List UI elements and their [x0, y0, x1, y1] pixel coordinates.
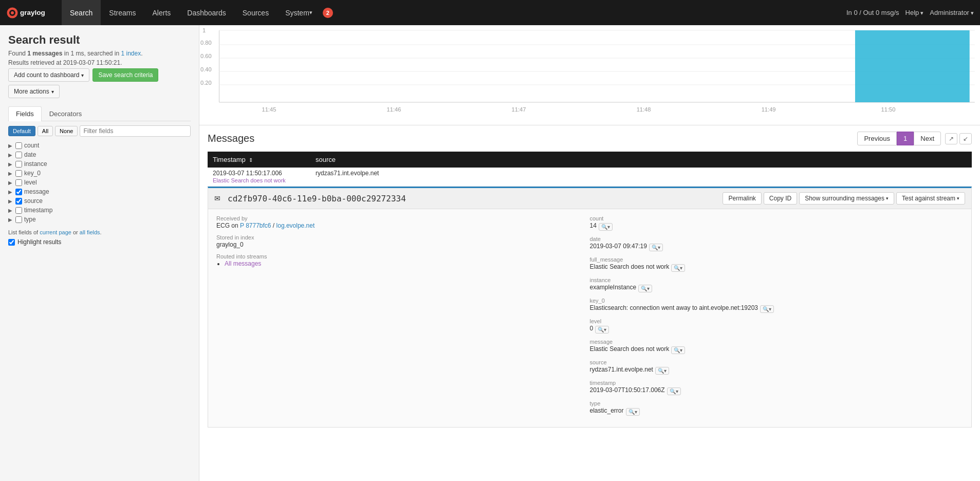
svg-rect-22 — [855, 30, 970, 102]
message-count: 1 messages — [27, 50, 62, 57]
message-id: cd2fb970-40c6-11e9-b0ba-000c29272334 — [228, 194, 406, 203]
surrounding-messages-button[interactable]: Show surrounding messages ▾ — [799, 192, 894, 205]
expand-arrow-date[interactable]: ▶ — [8, 152, 13, 158]
expand-arrow-message[interactable]: ▶ — [8, 189, 13, 195]
expand-arrow-count[interactable]: ▶ — [8, 143, 13, 149]
search-timestamp-button[interactable]: 🔍▾ — [667, 387, 681, 395]
field-check-type[interactable] — [15, 216, 22, 223]
next-page-button[interactable]: Next — [914, 132, 941, 145]
field-btn-none[interactable]: None — [55, 126, 78, 136]
svg-text:11:49: 11:49 — [762, 106, 776, 113]
more-actions-button[interactable]: More actions — [8, 85, 60, 98]
search-level-button[interactable]: 🔍▾ — [595, 326, 609, 334]
copy-id-button[interactable]: Copy ID — [764, 192, 797, 205]
current-page-button[interactable]: 1 — [897, 132, 914, 145]
field-check-count[interactable] — [15, 142, 22, 149]
input-link[interactable]: P 8777bfc6 — [240, 222, 271, 229]
sort-icon[interactable]: ⇕ — [249, 157, 253, 163]
logo[interactable]: graylog — [6, 5, 52, 21]
save-search-button[interactable]: Save search criteria — [93, 68, 158, 82]
expand-buttons: ↗ ↙ — [945, 133, 972, 144]
svg-point-2 — [11, 11, 14, 14]
nav-dashboards[interactable]: Dashboards — [179, 0, 234, 25]
field-check-instance[interactable] — [15, 161, 22, 168]
nav-streams[interactable]: Streams — [101, 0, 144, 25]
expand-arrow-type[interactable]: ▶ — [8, 217, 13, 223]
nav-help[interactable]: Help — [905, 9, 924, 16]
permalink-button[interactable]: Permalink — [723, 192, 761, 205]
add-count-button[interactable]: Add count to dashboard — [8, 68, 89, 82]
nav-system[interactable]: System — [277, 0, 321, 25]
field-key0: key_0 Elasticsearch: connection went awa… — [590, 298, 957, 313]
filter-fields-input[interactable] — [80, 125, 191, 137]
all-fields-link[interactable]: all fields — [80, 229, 100, 235]
svg-text:11:50: 11:50 — [881, 106, 896, 113]
expand-arrow-level[interactable]: ▶ — [8, 180, 13, 186]
surrounding-caret: ▾ — [886, 196, 889, 201]
svg-text:graylog: graylog — [20, 8, 45, 16]
field-btn-all[interactable]: All — [38, 126, 53, 136]
expand-arrow-instance[interactable]: ▶ — [8, 161, 13, 167]
message-fields: Received by ECG on P 8777bfc6 / log.evol… — [208, 209, 971, 427]
topnav: graylog Search Streams Alerts Dashboards… — [0, 0, 980, 25]
tab-fields[interactable]: Fields — [8, 106, 42, 121]
field-value-type: elastic_error — [590, 407, 624, 414]
nav-search[interactable]: Search — [62, 0, 101, 25]
field-value-timestamp: 2019-03-07T10:50:17.006Z — [590, 386, 665, 394]
expand-arrow-source[interactable]: ▶ — [8, 198, 13, 204]
expand-icon-button[interactable]: ↗ — [945, 133, 957, 144]
list-item: ▶ date — [8, 150, 191, 159]
tab-decorators[interactable]: Decorators — [42, 106, 90, 121]
field-count: count 14 🔍▾ — [590, 215, 957, 231]
all-messages-link[interactable]: All messages — [225, 260, 261, 267]
field-value-source: rydzas71.int.evolpe.net — [590, 366, 653, 373]
field-key-stored-index: Stored in index — [216, 234, 584, 240]
test-stream-caret: ▾ — [957, 196, 959, 201]
log-link[interactable]: log.evolpe.net — [276, 222, 315, 229]
field-value-full-message: Elastic Search does not work — [590, 263, 670, 270]
field-row-key0: Elasticsearch: connection went away to a… — [590, 304, 957, 313]
field-row-type: elastic_error 🔍▾ — [590, 407, 957, 416]
field-label-message: message — [24, 188, 49, 195]
search-meta-2: Results retrieved at 2019-03-07 11:50:21… — [8, 59, 191, 66]
message-source: rydzas71.int.evolpe.net — [316, 170, 967, 177]
field-check-level[interactable] — [15, 179, 22, 186]
search-count-button[interactable]: 🔍▾ — [599, 223, 613, 231]
search-full-message-button[interactable]: 🔍▾ — [671, 264, 685, 272]
field-check-key0[interactable] — [15, 170, 22, 177]
system-badge: 2 — [323, 8, 333, 18]
nav-sources[interactable]: Sources — [234, 0, 277, 25]
field-value-stored-index: graylog_0 — [216, 241, 584, 248]
test-stream-button[interactable]: Test against stream ▾ — [896, 192, 965, 205]
prev-page-button[interactable]: Previous — [857, 132, 897, 145]
field-value-instance: exampleInstance — [590, 284, 637, 291]
search-date-button[interactable]: 🔍▾ — [649, 244, 663, 251]
elastic-search-link[interactable]: Elastic Search does not work — [213, 177, 286, 183]
field-list-footer: List fields of current page or all field… — [8, 229, 191, 235]
index-link[interactable]: 1 index — [121, 50, 141, 57]
search-message-button[interactable]: 🔍▾ — [671, 346, 685, 354]
field-label-level: level — [24, 179, 37, 186]
highlight-checkbox[interactable] — [8, 239, 15, 246]
field-check-timestamp[interactable] — [15, 207, 22, 214]
message-expanded-header: ✉ cd2fb970-40c6-11e9-b0ba-000c29272334 P… — [208, 188, 971, 209]
field-key-key0: key_0 — [590, 298, 957, 304]
current-page-link[interactable]: current page — [40, 229, 71, 235]
field-check-date[interactable] — [15, 152, 22, 158]
search-instance-button[interactable]: 🔍▾ — [638, 285, 652, 292]
messages-table: Timestamp ⇕ source 2019-03-07 11:50:17.0… — [208, 152, 972, 187]
field-key-routed-streams: Routed into streams — [216, 253, 584, 260]
search-type-button[interactable]: 🔍▾ — [626, 408, 640, 416]
field-btn-default[interactable]: Default — [8, 126, 35, 136]
field-check-message[interactable] — [15, 189, 22, 195]
svg-text:11:45: 11:45 — [262, 106, 276, 113]
field-check-source[interactable] — [15, 198, 22, 205]
expand-arrow-timestamp[interactable]: ▶ — [8, 208, 13, 213]
field-key-message: message — [590, 339, 957, 345]
nav-user[interactable]: Administrator — [930, 9, 974, 16]
search-source-button[interactable]: 🔍▾ — [655, 367, 669, 375]
collapse-icon-button[interactable]: ↙ — [959, 133, 972, 144]
nav-alerts[interactable]: Alerts — [144, 0, 179, 25]
expand-arrow-key0[interactable]: ▶ — [8, 171, 13, 176]
search-key0-button[interactable]: 🔍▾ — [760, 305, 774, 313]
